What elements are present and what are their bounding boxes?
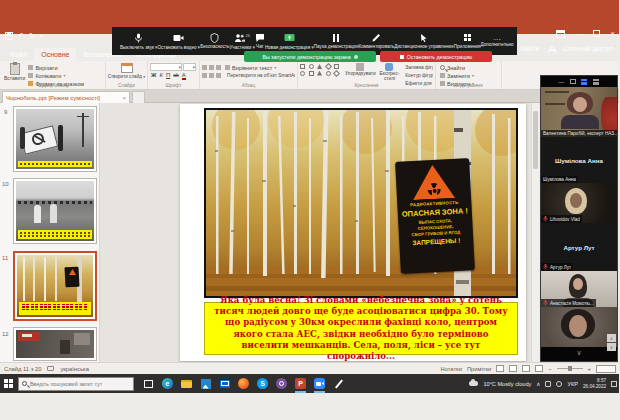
task-view-icon[interactable] <box>142 377 155 390</box>
underline-button[interactable]: П <box>166 72 170 78</box>
save-icon[interactable] <box>5 32 13 40</box>
grid-view-icon[interactable] <box>593 79 600 85</box>
close-icon[interactable]: × <box>610 29 615 38</box>
participant-novideo-tile[interactable]: Шумілова Анна Шумілова Анна <box>541 137 617 183</box>
undo-icon[interactable]: ↶ <box>18 32 24 40</box>
slide-thumbnail-11[interactable] <box>13 251 97 321</box>
photos-icon[interactable] <box>199 377 212 390</box>
strip-scroll-up-button[interactable]: ∧ <box>607 334 616 342</box>
find-button[interactable]: Знайти <box>440 64 497 71</box>
file-explorer-icon[interactable] <box>180 377 193 390</box>
volume-icon[interactable] <box>556 381 562 387</box>
new-tab-button[interactable] <box>132 91 145 103</box>
font-name-combo[interactable]: ▾ <box>150 63 182 71</box>
apps-button[interactable]: Приложения <box>454 33 481 49</box>
qat-caret-icon[interactable]: ▾ <box>40 33 43 39</box>
font-size-combo[interactable]: ▾ <box>183 63 196 71</box>
shape-fill-button[interactable]: Заливка фігури <box>403 64 433 71</box>
speaker-view-icon[interactable] <box>570 79 576 84</box>
chat-button[interactable]: Чат <box>255 33 265 49</box>
more-button[interactable]: … Дополнительно <box>481 35 514 47</box>
align-left-icon[interactable] <box>202 73 207 78</box>
strikethrough-button[interactable]: ab <box>173 72 179 78</box>
tab-close-icon[interactable]: × <box>122 95 126 101</box>
start-button[interactable] <box>0 374 16 393</box>
sign-in-button[interactable]: Увійти <box>520 45 539 52</box>
participant-video-tile[interactable]: Анастасія Момотю... <box>541 271 617 307</box>
network-icon[interactable] <box>545 381 551 387</box>
remote-control-button[interactable]: Дистанционное управление <box>394 33 453 49</box>
restore-icon[interactable] <box>593 30 600 37</box>
bold-button[interactable]: Ж <box>151 72 156 78</box>
quick-styles-button[interactable]: Експрес-стилі <box>380 63 400 81</box>
bullets-icon[interactable] <box>202 65 207 70</box>
minimize-icon[interactable]: — <box>575 29 583 38</box>
align-text-button[interactable]: Вирівняти текст▾ <box>225 64 295 71</box>
pause-share-button[interactable]: Пауза демонстрации <box>314 33 359 49</box>
notes-button[interactable]: Нотатки <box>440 366 461 372</box>
stop-video-button[interactable]: Остановить видео▾ <box>157 33 200 50</box>
numbering-icon[interactable] <box>209 65 214 70</box>
vertical-scrollbar[interactable] <box>531 103 539 362</box>
shape-outline-button[interactable]: Контур фігури <box>403 72 433 79</box>
document-tab[interactable]: Чорнобиль.ppt [Режим сумісності] × <box>2 91 130 103</box>
participant-video-tile[interactable] <box>541 307 617 347</box>
taskbar-clock[interactable]: 8:57 26.04.2022 <box>583 378 606 389</box>
skype-icon[interactable]: S <box>256 377 269 390</box>
slide-sorter-view-icon[interactable] <box>509 365 517 372</box>
zoom-in-icon[interactable]: + <box>588 366 591 372</box>
scrollbar-thumb[interactable] <box>533 111 538 169</box>
zoom-slider[interactable] <box>557 368 583 369</box>
new-slide-button[interactable]: Створити слайд ▾ <box>106 61 147 79</box>
replace-button[interactable]: Замінити▾ <box>440 72 497 79</box>
strip-scroll-down-button[interactable]: ∨ <box>607 343 616 351</box>
new-share-button[interactable]: Новая демонстрация▾ <box>265 33 314 50</box>
tray-expand-icon[interactable]: ∧ <box>536 381 540 387</box>
stop-share-button[interactable]: Остановить демонстрацию <box>380 51 492 62</box>
participant-novideo-tile[interactable]: Артур Лут Артур Лут <box>541 223 617 271</box>
edge-icon[interactable]: e <box>161 377 174 390</box>
zoom-out-icon[interactable]: − <box>548 366 551 372</box>
mail-icon[interactable] <box>218 377 231 390</box>
ribbon-display-icon[interactable] <box>556 30 565 38</box>
cut-button[interactable]: Вирізати <box>28 64 84 71</box>
align-center-icon[interactable] <box>209 73 214 78</box>
language-indicator[interactable]: українська <box>60 366 89 372</box>
spellcheck-icon[interactable] <box>47 366 54 371</box>
security-button[interactable]: Безопасность <box>200 33 229 49</box>
slide-thumbnail-12[interactable] <box>13 327 97 361</box>
weather-text[interactable]: 10°C Mostly cloudy <box>483 381 531 387</box>
powerpoint-icon[interactable]: P <box>294 377 307 390</box>
fit-slide-button[interactable] <box>596 365 616 373</box>
viber-icon[interactable] <box>275 377 288 390</box>
align-right-icon[interactable] <box>216 73 221 78</box>
slideshow-view-icon[interactable] <box>535 365 543 372</box>
copy-button[interactable]: Копіювати▾ <box>28 72 84 79</box>
search-input[interactable] <box>30 381 130 387</box>
redo-icon[interactable]: ↻ <box>29 32 35 40</box>
mute-button[interactable]: Выключить звук▾ <box>120 33 157 50</box>
notification-center-icon[interactable] <box>611 381 617 387</box>
italic-button[interactable]: К <box>159 72 163 78</box>
gallery-view-icon[interactable] <box>581 79 588 85</box>
tab-home[interactable]: Основне <box>34 48 76 61</box>
reading-view-icon[interactable] <box>522 365 530 372</box>
smartart-button[interactable]: Перетворити на об'єкт SmartArt <box>225 72 295 79</box>
strip-minimize-icon[interactable]: — <box>559 79 565 85</box>
slide[interactable]: РАДИОАКТИВНОСТЬ ОПАСНАЯ ЗОНА ! ВЫПАС СКО… <box>180 104 526 361</box>
arrange-button[interactable]: Упорядкувати <box>345 63 376 76</box>
normal-view-icon[interactable] <box>496 365 504 372</box>
tab-file[interactable]: Файл <box>3 48 34 61</box>
slide-thumbnail-10[interactable] <box>13 178 97 244</box>
share-button[interactable]: Спільний доступ <box>563 45 613 52</box>
keyboard-language[interactable]: УКР <box>567 381 578 387</box>
annotate-button[interactable]: Комментировать <box>359 33 395 49</box>
taskbar-search[interactable] <box>18 377 134 391</box>
slide-caption-textbox[interactable]: Яка була весна! Зі словами «небезпечна з… <box>204 302 518 355</box>
firefox-icon[interactable] <box>237 377 250 390</box>
comments-button[interactable]: Примітки <box>467 366 491 372</box>
collapse-strip-button[interactable]: ∨ <box>541 347 617 359</box>
ink-workspace-icon[interactable] <box>332 377 345 390</box>
participants-button[interactable]: 26 Участники▾ <box>229 33 254 50</box>
slide-thumbnail-9[interactable] <box>13 106 97 172</box>
